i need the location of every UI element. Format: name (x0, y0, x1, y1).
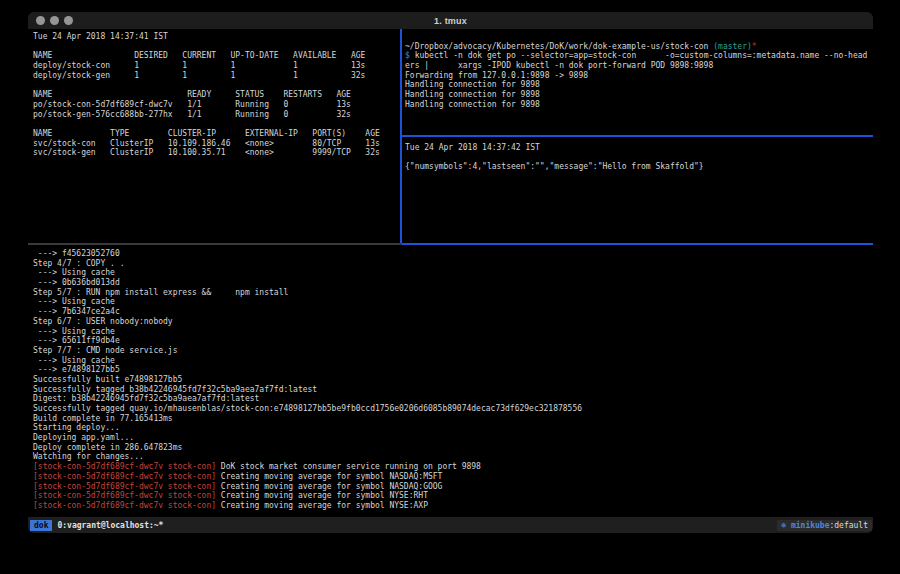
terminal-line: [stock-con-5d7df689cf-dwc7v stock-con] D… (33, 462, 873, 472)
terminal-line: Deploy complete in 286.647823ms (33, 443, 873, 453)
terminal-line: ---> Using cache (33, 297, 873, 307)
terminal-line: ---> 0b636bd013dd (33, 278, 873, 288)
terminal-line: Step 5/7 : RUN npm install express && np… (33, 288, 873, 298)
pane-port-forward[interactable]: ~/Dropbox/advocacy/Kubernetes/DoK/work/d… (402, 29, 873, 135)
window-titlebar: 1. tmux (28, 12, 873, 29)
terminal-line: Watching for changes... (33, 452, 873, 462)
kube-namespace-name: :default (829, 521, 868, 530)
terminal-line: Step 4/7 : COPY . . (33, 259, 873, 269)
terminal-line: Handling connection for 9898 (405, 90, 873, 100)
terminal-line: Tue 24 Apr 2018 14:37:42 IST (405, 143, 873, 153)
minimize-button[interactable] (50, 16, 59, 25)
session-name-badge[interactable]: dok (30, 520, 52, 531)
terminal-window: 1. tmux Tue 24 Apr 2018 14:37:41 ISTNAME… (28, 12, 873, 533)
pane-border-inactive-segment[interactable] (28, 243, 402, 245)
terminal-line: Step 7/7 : CMD node service.js (33, 346, 873, 356)
terminal-line: NAME TYPE CLUSTER-IP EXTERNAL-IP PORT(S)… (33, 129, 400, 139)
terminal-line: {"numsymbols":4,"lastseen":"","message":… (405, 162, 873, 172)
terminal-line: svc/stock-con ClusterIP 10.109.186.46 <n… (33, 139, 400, 149)
terminal-line: ---> 65611ff9db4e (33, 336, 873, 346)
terminal-line: ---> 7b6347ce2a4c (33, 307, 873, 317)
terminal-line: ---> Using cache (33, 327, 873, 337)
terminal-line: NAME READY STATUS RESTARTS AGE (33, 90, 400, 100)
pane-skaffold-log[interactable]: ---> f45623052760Step 4/7 : COPY . . ---… (28, 245, 873, 517)
terminal-line: ---> Using cache (33, 268, 873, 278)
terminal-line: Handling connection for 9898 (405, 100, 873, 110)
terminal-line: ---> e74898127bb5 (33, 365, 873, 375)
terminal-line: Deploying app.yaml... (33, 433, 873, 443)
terminal-line: Successfully tagged b38b42246945fd7f32c5… (33, 385, 873, 395)
pane-border-active-segment[interactable] (402, 243, 873, 245)
pane-curl-output[interactable]: Tue 24 Apr 2018 14:37:42 IST{"numsymbols… (402, 137, 873, 243)
kube-context-badge: ☸ minikube:default (777, 520, 872, 531)
terminal-line: Starting deploy... (33, 423, 873, 433)
terminal-line: [stock-con-5d7df689cf-dwc7v stock-con] C… (33, 501, 873, 511)
terminal-line: Successfully built e74898127bb5 (33, 375, 873, 385)
tmux-session: Tue 24 Apr 2018 14:37:41 ISTNAME DESIRED… (28, 29, 873, 517)
terminal-line: deploy/stock-gen 1 1 1 1 32s (33, 71, 400, 81)
terminal-line: Forwarding from 127.0.0.1:9898 -> 9898 (405, 71, 873, 81)
tmux-top-row: Tue 24 Apr 2018 14:37:41 ISTNAME DESIRED… (28, 29, 873, 243)
pane-kubectl-watch[interactable]: Tue 24 Apr 2018 14:37:41 ISTNAME DESIRED… (28, 29, 400, 243)
terminal-line: $ kubectl -n dok get po --selector=app=s… (405, 51, 873, 61)
terminal-line: Handling connection for 9898 (405, 80, 873, 90)
terminal-line: Step 6/7 : USER nobody:nobody (33, 317, 873, 327)
terminal-line (33, 80, 400, 90)
terminal-line: po/stock-con-5d7df689cf-dwc7v 1/1 Runnin… (33, 100, 400, 110)
terminal-line: svc/stock-gen ClusterIP 10.100.35.71 <no… (33, 148, 400, 158)
window-title: 1. tmux (28, 16, 873, 26)
terminal-line: [stock-con-5d7df689cf-dwc7v stock-con] C… (33, 491, 873, 501)
terminal-line: ers | xargs -IPOD kubectl -n dok port-fo… (405, 61, 873, 71)
terminal-line (33, 42, 400, 52)
terminal-line: ---> Using cache (33, 356, 873, 366)
tmux-right-column: ~/Dropbox/advocacy/Kubernetes/DoK/work/d… (402, 29, 873, 243)
pane-border-horizontal-main (28, 243, 873, 245)
terminal-line (405, 32, 873, 42)
window-list-item-active[interactable]: 0:vagrant@localhost:~* (57, 521, 163, 530)
terminal-line: NAME DESIRED CURRENT UP-TO-DATE AVAILABL… (33, 51, 400, 61)
terminal-line (405, 153, 873, 163)
terminal-line: [stock-con-5d7df689cf-dwc7v stock-con] C… (33, 472, 873, 482)
close-button[interactable] (36, 16, 45, 25)
terminal-line: ~/Dropbox/advocacy/Kubernetes/DoK/work/d… (405, 42, 873, 52)
window-controls (36, 12, 73, 29)
terminal-line: Digest: b38b42246945fd7f32c5ba9aea7af7fd… (33, 394, 873, 404)
terminal-line: deploy/stock-con 1 1 1 1 13s (33, 61, 400, 71)
terminal-line: po/stock-gen-576cc688bb-277hx 1/1 Runnin… (33, 110, 400, 120)
terminal-line: Tue 24 Apr 2018 14:37:41 IST (33, 32, 400, 42)
tmux-status-bar: dok 0:vagrant@localhost:~* ☸ minikube:de… (28, 517, 873, 533)
terminal-line: Successfully tagged quay.io/mhausenblas/… (33, 404, 873, 414)
terminal-line: Build complete in 77.165413ms (33, 414, 873, 424)
terminal-line: ---> f45623052760 (33, 249, 873, 259)
kube-context-name: minikube (786, 521, 829, 530)
terminal-line (33, 119, 400, 129)
terminal-line: [stock-con-5d7df689cf-dwc7v stock-con] C… (33, 482, 873, 492)
desktop: 1. tmux Tue 24 Apr 2018 14:37:41 ISTNAME… (0, 0, 900, 574)
zoom-button[interactable] (64, 16, 73, 25)
